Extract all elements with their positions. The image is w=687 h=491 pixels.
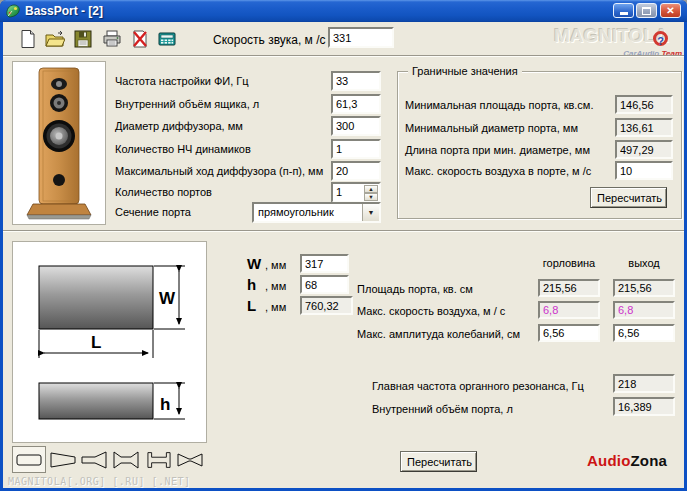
w-unit: , мм: [265, 259, 286, 271]
port-length-value: [300, 296, 353, 315]
window-title: BassPort - [2]: [25, 4, 103, 18]
amplitude-throat-value: [538, 324, 600, 342]
speaker-image: [12, 61, 106, 225]
diagram-w-label: W: [159, 289, 176, 308]
magnitola-word: MAGNITOLA: [554, 25, 669, 46]
param-label: Диаметр диффузора, мм: [115, 120, 243, 132]
client-area: Скорость звука, м /с MAGNITOLA ? CarAudi…: [3, 22, 684, 488]
air-speed-throat-value: [538, 301, 600, 319]
minimize-icon: [620, 12, 628, 15]
minimize-button[interactable]: [613, 3, 634, 18]
save-file-icon[interactable]: [73, 29, 93, 49]
profile-bowtie-button[interactable]: [176, 449, 204, 471]
result-label: Макс. скорость воздуха, м / с: [357, 305, 505, 317]
h-label: h: [247, 276, 256, 293]
air-speed-exit-value: [613, 301, 675, 319]
magnitola-bottom-watermark: MAGNITOLA[.ORG] [.RU] [.NET]: [8, 476, 191, 487]
chevron-down-icon: ▼: [362, 204, 379, 221]
param-label: Максимальный ход диффузора (п-п), мм: [115, 165, 323, 177]
delete-document-icon[interactable]: [130, 29, 150, 49]
magnitola-watermark: MAGNITOLA ? CarAudio Team: [554, 25, 686, 57]
organ-resonance-value: [613, 374, 675, 393]
limit-label: Макс. скорость воздуха в порте, м /с: [405, 165, 591, 177]
port-area-exit-value: [613, 279, 675, 297]
profile-straight-button[interactable]: [12, 446, 46, 473]
close-button[interactable]: ✕: [660, 3, 681, 18]
result-label: Макс. амплитуда колебаний, см: [357, 328, 520, 340]
port-diagram-drawing: W L h: [13, 242, 206, 442]
port-length-min-diameter-value: [615, 140, 673, 159]
tuning-frequency-input[interactable]: [331, 71, 381, 91]
speed-of-sound-label: Скорость звука, м /с: [213, 33, 326, 47]
port-width-input[interactable]: [300, 254, 349, 273]
port-volume-label: Внутренний объём порта, л: [372, 403, 513, 415]
section-divider: [3, 230, 684, 232]
speed-of-sound-input[interactable]: [328, 27, 394, 48]
toolbar-divider: [3, 55, 684, 57]
app-window: BassPort - [2] ✕: [0, 0, 687, 491]
port-section-dropdown[interactable]: прямоугольник ▼: [252, 202, 381, 223]
min-port-area-value: [615, 95, 673, 114]
title-bar[interactable]: BassPort - [2]: [0, 0, 687, 22]
diagram-l-label: L: [91, 333, 101, 352]
open-file-icon[interactable]: [45, 29, 65, 49]
param-label: Количество НЧ динамиков: [115, 143, 251, 155]
box-volume-input[interactable]: [331, 94, 381, 114]
column-header-throat: горловина: [538, 257, 600, 269]
port-section-label: Сечение порта: [115, 206, 191, 218]
app-icon: [5, 3, 21, 19]
port-count-spinner[interactable]: 1 ▲ ▼: [331, 182, 381, 203]
profile-cone-button[interactable]: [49, 449, 77, 471]
param-label: Частота настройки ФИ, Гц: [115, 75, 249, 87]
close-icon: ✕: [666, 5, 674, 16]
limit-label: Минимальная площадь порта, кв.см.: [405, 99, 593, 111]
new-document-icon[interactable]: [18, 29, 38, 49]
speaker-drawing: [13, 62, 105, 224]
param-label: Внутренний объём ящика, л: [115, 98, 259, 110]
column-header-exit: выход: [613, 257, 675, 269]
result-label: Площадь порта, кв. см: [357, 283, 473, 295]
profile-double-horn-button[interactable]: [112, 449, 140, 471]
max-air-speed-input[interactable]: [615, 161, 673, 180]
bowtie-port-icon: [177, 451, 203, 469]
woofer-count-input[interactable]: [331, 139, 381, 159]
spin-up-button[interactable]: ▲: [364, 185, 378, 193]
recalculate-button[interactable]: Пересчитать: [400, 451, 477, 472]
limit-label: Длина порта при мин. диаметре, мм: [405, 144, 590, 156]
restore-icon: [642, 7, 651, 15]
driver-diameter-input[interactable]: [331, 116, 381, 136]
print-icon[interactable]: [102, 29, 122, 49]
port-area-throat-value: [538, 279, 600, 297]
min-port-diameter-value: [615, 118, 673, 137]
h-unit: , мм: [265, 280, 286, 292]
amplitude-exit-value: [613, 324, 675, 342]
recalculate-limits-button[interactable]: Пересчитать: [590, 187, 667, 208]
restore-button[interactable]: [636, 3, 657, 18]
spin-down-button[interactable]: ▼: [364, 193, 378, 201]
port-volume-value: [613, 397, 675, 416]
l-label: L: [247, 297, 256, 314]
diagram-h-label: h: [160, 395, 170, 414]
organ-resonance-label: Главная частота органного резонанса, Гц: [372, 380, 584, 392]
max-excursion-input[interactable]: [331, 161, 381, 181]
w-label: W: [247, 255, 261, 272]
horn-port-icon: [81, 451, 107, 469]
port-count-label: Количество портов: [115, 186, 212, 198]
limit-label: Минимальный диаметр порта, мм: [405, 122, 578, 134]
l-unit: , мм: [265, 301, 286, 313]
flanged-port-icon: [147, 451, 171, 469]
cone-port-icon: [50, 451, 76, 469]
profile-flanged-button[interactable]: [146, 449, 172, 471]
straight-port-icon: [15, 451, 43, 469]
magnitola-logo-icon: ?: [653, 31, 668, 46]
port-diagram: W L h: [12, 241, 207, 443]
limits-title: Граничные значения: [408, 65, 522, 77]
calculator-icon[interactable]: [157, 29, 177, 49]
port-height-input[interactable]: [300, 275, 349, 294]
audiozona-logo: AudioZona: [587, 452, 667, 469]
profile-horn-button[interactable]: [80, 449, 108, 471]
double-horn-port-icon: [113, 451, 139, 469]
